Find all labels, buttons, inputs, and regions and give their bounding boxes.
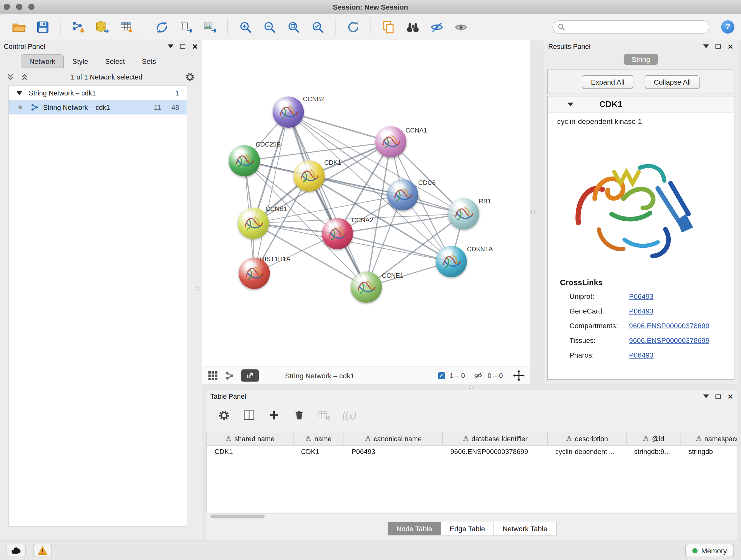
gear-icon[interactable]: [185, 72, 195, 82]
column-header[interactable]: database identifier: [443, 432, 548, 445]
tab-edge-table[interactable]: Edge Table: [441, 522, 494, 536]
network-node-CCNA1[interactable]: [375, 126, 407, 158]
help-button[interactable]: ?: [721, 20, 734, 34]
panel-menu-icon[interactable]: [703, 44, 709, 48]
crosslink-link[interactable]: 9606.ENSP00000378699: [629, 321, 710, 329]
tab-network[interactable]: Network: [21, 54, 64, 68]
tree-expander-icon[interactable]: [17, 91, 22, 95]
import-table-from-file-button[interactable]: [116, 17, 136, 37]
duplicate-network-button[interactable]: [379, 17, 398, 37]
warnings-button[interactable]: [33, 544, 52, 557]
close-panel-icon[interactable]: ✕: [728, 43, 734, 50]
table-row[interactable]: CDK1 CDK1 P06493 9606.ENSP00000378699 cy…: [207, 445, 737, 458]
hidden-eye-icon[interactable]: [473, 371, 483, 380]
crosslink-link[interactable]: P06493: [629, 307, 654, 315]
show-columns-button[interactable]: [242, 408, 256, 422]
collapse-all-button[interactable]: Collapse All: [645, 75, 699, 89]
node-label: CCNE1: [382, 272, 404, 279]
splitter-handle[interactable]: [469, 385, 473, 389]
create-column-button[interactable]: [267, 408, 281, 422]
network-node-CDC25B[interactable]: [229, 145, 260, 177]
zoom-fit-button[interactable]: [284, 17, 304, 37]
network-node-CCNB1[interactable]: [238, 207, 269, 239]
node-label: CDK1: [324, 159, 341, 166]
minimize-window-button[interactable]: [16, 4, 22, 10]
column-header[interactable]: shared name: [207, 432, 293, 445]
panel-menu-icon[interactable]: [168, 44, 174, 48]
save-session-button[interactable]: [32, 17, 52, 37]
tab-node-table[interactable]: Node Table: [387, 522, 441, 536]
table-tabs: Node Table Edge Table Network Table: [387, 522, 556, 536]
tab-style[interactable]: Style: [64, 54, 97, 68]
table-settings-button[interactable]: [217, 408, 231, 422]
column-header[interactable]: name: [293, 432, 344, 445]
float-panel-icon[interactable]: [716, 394, 721, 398]
collapse-all-icon[interactable]: [7, 73, 14, 81]
close-panel-icon[interactable]: ✕: [728, 393, 734, 400]
open-session-button[interactable]: [9, 17, 28, 37]
window-title: Session: New Session: [0, 3, 741, 11]
network-node-CDK1[interactable]: [293, 160, 325, 192]
zoom-out-button[interactable]: [259, 17, 279, 37]
expand-all-button[interactable]: Expand All: [582, 75, 633, 89]
network-canvas[interactable]: CCNB2CCNA1CDC25BCDK1CDC6RB1CCNB1CCNA2CDK…: [202, 40, 530, 367]
network-node-CDC6[interactable]: [387, 179, 418, 210]
column-header[interactable]: @id: [627, 432, 681, 445]
zoom-selected-button[interactable]: [308, 17, 327, 37]
tab-sets[interactable]: Sets: [133, 54, 165, 68]
column-header[interactable]: canonical name: [344, 432, 443, 445]
column-header[interactable]: description: [548, 432, 626, 445]
eye-icon: [454, 19, 468, 34]
import-network-from-database-button[interactable]: [92, 17, 112, 37]
scrollbar-thumb[interactable]: [210, 515, 265, 518]
folder-icon: [11, 19, 26, 34]
network-row[interactable]: String Network – cdk1 11 48: [9, 100, 187, 114]
horizontal-scrollbar[interactable]: [206, 513, 737, 519]
delete-column-button[interactable]: [292, 408, 306, 422]
crosslink-label: Uniprot:: [569, 293, 629, 300]
zoom-window-button[interactable]: [28, 4, 35, 10]
tab-network-table[interactable]: Network Table: [494, 522, 556, 536]
find-button[interactable]: [403, 17, 422, 37]
memory-button[interactable]: Memory: [685, 544, 734, 557]
float-panel-icon[interactable]: [716, 44, 721, 49]
network-node-CCNB2[interactable]: [273, 97, 304, 128]
export-image-button[interactable]: [200, 17, 219, 37]
open-in-new-icon: [246, 372, 254, 379]
tab-string[interactable]: String: [624, 54, 657, 65]
crosslink-link[interactable]: 9606.ENSP00000378699: [629, 336, 710, 344]
expand-all-icon[interactable]: [21, 73, 28, 81]
selected-checkbox-icon[interactable]: ✓: [438, 372, 445, 379]
network-node-CCNA2[interactable]: [322, 218, 353, 249]
export-network-button[interactable]: [176, 17, 196, 37]
grid-view-icon[interactable]: [208, 371, 218, 381]
delete-table-button[interactable]: [317, 408, 331, 422]
function-builder-button[interactable]: f(x): [342, 408, 356, 422]
apply-preferred-layout-button[interactable]: [343, 17, 363, 37]
network-node-CDKN1A[interactable]: [435, 246, 467, 277]
network-node-RB1[interactable]: [448, 198, 479, 230]
network-collection-row[interactable]: String Network – cdk1 1: [9, 86, 187, 100]
tab-select[interactable]: Select: [97, 54, 133, 68]
search-input[interactable]: [568, 23, 704, 31]
hide-selected-button[interactable]: [427, 17, 447, 37]
zoom-in-button[interactable]: [235, 17, 255, 37]
crosslink-link[interactable]: P06493: [629, 351, 654, 359]
new-network-from-selection-button[interactable]: [151, 17, 172, 37]
detach-view-button[interactable]: [241, 369, 259, 382]
column-header[interactable]: namespace: [681, 432, 737, 445]
crosslink-link[interactable]: P06493: [629, 293, 654, 300]
pan-crosshair-icon[interactable]: [513, 370, 525, 381]
show-graphics-details-button[interactable]: [451, 17, 471, 37]
cloud-status-button[interactable]: [7, 544, 25, 557]
splitter-handle[interactable]: [196, 287, 199, 291]
splitter-handle[interactable]: [531, 210, 535, 214]
entry-collapse-icon[interactable]: [568, 103, 574, 106]
close-window-button[interactable]: [4, 4, 10, 10]
import-network-from-file-button[interactable]: [68, 17, 88, 37]
network-node-CCNE1[interactable]: [351, 271, 382, 303]
panel-menu-icon[interactable]: [703, 394, 709, 398]
float-panel-icon[interactable]: [180, 44, 185, 49]
close-panel-icon[interactable]: ✕: [192, 43, 198, 50]
birds-eye-view-icon[interactable]: [225, 371, 234, 380]
